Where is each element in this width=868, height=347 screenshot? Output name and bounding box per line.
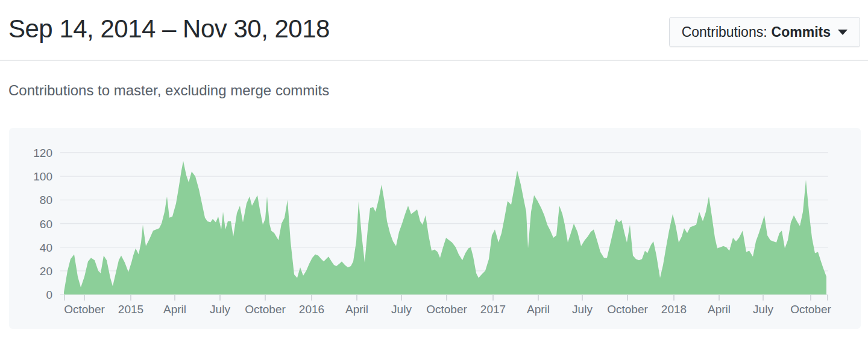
x-axis-label-10: April [527, 303, 550, 316]
chart-subtitle: Contributions to master, excluding merge… [8, 82, 329, 99]
dropdown-selected-value: Commits [772, 24, 831, 40]
y-axis-label-100: 100 [33, 170, 52, 183]
x-axis-label-15: July [753, 303, 773, 316]
x-axis-label-9: 2017 [480, 303, 506, 316]
x-axis-label-5: 2016 [299, 303, 324, 316]
commits-area-series [64, 161, 826, 294]
x-axis-label-14: April [708, 303, 731, 316]
x-axis-label-6: April [345, 303, 368, 316]
x-axis-label-4: October [245, 303, 286, 316]
x-axis-label-7: July [391, 303, 412, 316]
y-axis-label-120: 120 [33, 147, 52, 159]
header-divider [0, 60, 868, 61]
x-axis-label-3: July [210, 303, 230, 316]
x-axis-label-2: April [163, 303, 186, 316]
chart-card: 020406080100120October2015AprilJulyOctob… [9, 128, 861, 329]
dropdown-prefix-label: Contributions: [682, 24, 767, 40]
contributions-dropdown-button[interactable]: Contributions: Commits [669, 17, 860, 47]
y-axis-label-20: 20 [40, 265, 52, 278]
y-axis-label-40: 40 [40, 241, 52, 254]
triangle-down-icon [838, 30, 848, 35]
date-range-title: Sep 14, 2014 – Nov 30, 2018 [8, 14, 330, 43]
x-axis-label-8: October [426, 303, 467, 316]
x-axis-label-12: October [607, 303, 648, 316]
y-axis-label-60: 60 [40, 218, 52, 231]
y-axis-label-80: 80 [40, 194, 52, 206]
x-axis-label-16: October [790, 303, 831, 316]
x-axis-label-1: 2015 [118, 303, 143, 316]
y-axis-label-0: 0 [46, 288, 52, 301]
x-axis-label-11: July [572, 303, 593, 316]
contributions-area-chart[interactable]: 020406080100120October2015AprilJulyOctob… [9, 128, 861, 329]
x-axis-label-13: 2018 [661, 303, 687, 316]
x-axis-label-0: October [64, 303, 105, 316]
